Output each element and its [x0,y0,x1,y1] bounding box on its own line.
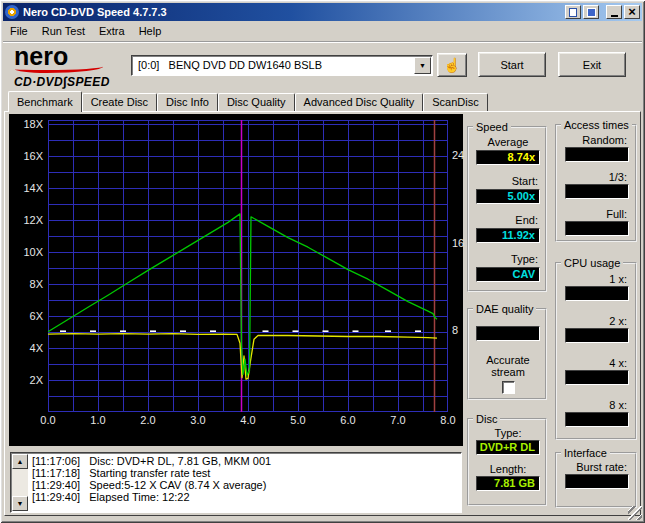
chevron-down-icon[interactable] [414,57,431,74]
benchmark-plot-svg [48,120,448,412]
scroll-down-icon[interactable] [12,496,28,511]
speed-type-value-box: CAV [476,267,540,282]
tab-scandisc[interactable]: ScanDisc [423,93,487,111]
start-value-box: 5.00x [476,189,540,204]
accurate-stream-label-2: stream [476,366,540,378]
y-axis-tick: 4X [9,342,43,354]
nero-logo: nero CD·DVD∫SPEED [14,45,128,87]
y-axis-tick: 12X [9,214,43,226]
start-button[interactable]: Start [478,52,546,77]
drive-select-value: [0:0] BENQ DVD DD DW1640 BSLB [138,56,322,75]
interface-title: Interface [561,447,610,459]
cpu-usage-title: CPU usage [561,257,623,269]
menu-item-file[interactable]: File [3,23,35,39]
full-label: Full: [565,208,629,220]
nero-swoosh [15,65,103,73]
y-axis-tick: 10X [9,246,43,258]
log-line: [11:17:06] Disc: DVD+R DL, 7.81 GB, MKM … [32,455,459,467]
log-scrollbar[interactable] [12,454,28,511]
one-third-label: 1/3: [565,171,629,183]
disc-length-value-box: 7.81 GB [476,476,540,491]
menu-bar: File Run Test Extra Help [3,22,642,40]
cpu-8x-label: 8 x: [565,399,629,411]
dae-quality-title: DAE quality [473,303,536,315]
accurate-stream-checkbox[interactable] [502,381,515,394]
speed-panel: Speed Average 8.74x Start: 5.00x End: 11… [467,126,547,292]
benchmark-chart-area: 18X16X14X12X10X8X6X4X2X0.01.02.03.04.05.… [9,114,463,446]
y-axis-tick: 14X [9,182,43,194]
menu-item-help[interactable]: Help [132,23,169,39]
tab-disc-quality[interactable]: Disc Quality [218,93,295,111]
drive-select[interactable]: [0:0] BENQ DVD DD DW1640 BSLB [131,55,433,76]
tab-disc-info[interactable]: Disc Info [157,93,218,111]
scroll-up-icon[interactable] [12,454,28,469]
accurate-stream-label-1: Accurate [476,354,540,366]
disc-type-value-box: DVD+R DL [476,440,540,455]
burst-rate-label: Burst rate: [565,461,629,473]
dae-quality-value-box [476,326,540,341]
minimize-icon [611,15,618,17]
minimize-button[interactable] [606,5,622,19]
x-axis-tick: 1.0 [84,414,112,426]
menu-item-run-test[interactable]: Run Test [35,23,92,39]
x-axis-tick: 8.0 [434,414,462,426]
cpu-1x-value-box [565,286,629,301]
titlebar-extra-icon-1[interactable] [565,5,581,19]
log-line: [11:17:18] Starting transfer rate test [32,467,459,479]
burst-rate-value-box [565,474,629,489]
window-title: Nero CD-DVD Speed 4.7.7.3 [21,6,563,18]
random-label: Random: [565,134,629,146]
page-icon [569,8,577,17]
one-third-value-box [565,184,629,199]
logo-speed: SPEED [67,75,110,89]
log-line: [11:29:40] Elapsed Time: 12:22 [32,491,459,503]
x-axis-tick: 2.0 [134,414,162,426]
tab-advanced-disc-quality[interactable]: Advanced Disc Quality [295,93,424,111]
cpu-2x-value-box [565,328,629,343]
tab-create-disc[interactable]: Create Disc [82,93,157,111]
x-axis-tick: 7.0 [384,414,412,426]
access-times-title: Access times [561,119,632,131]
y-axis-tick: 18X [9,118,43,130]
log-lines: [11:17:06] Disc: DVD+R DL, 7.81 GB, MKM … [32,455,459,510]
app-icon [5,5,19,19]
end-value-box: 11.92x [476,228,540,243]
tab-benchmark[interactable]: Benchmark [8,91,82,112]
menu-divider [3,41,642,43]
tab-bar: Benchmark Create Disc Disc Info Disc Qua… [8,91,488,112]
cpu-1x-label: 1 x: [565,273,629,285]
cpu-usage-panel: CPU usage 1 x: 2 x: 4 x: 8 x: [555,262,637,440]
access-times-panel: Access times Random: 1/3: Full: [555,124,637,242]
x-axis-tick: 6.0 [334,414,362,426]
exit-button[interactable]: Exit [558,52,626,77]
speed-type-label: Type: [476,253,540,265]
disc-panel-title: Disc [473,413,500,425]
cpu-4x-label: 4 x: [565,357,629,369]
square-icon [587,8,596,17]
average-label: Average [476,136,540,148]
x-axis-tick: 0.0 [34,414,62,426]
y-axis-tick: 16X [9,150,43,162]
interface-panel: Interface Burst rate: [555,452,637,508]
y-axis-tick: 6X [9,310,43,322]
disc-type-label: Type: [476,427,540,439]
cpu-2x-label: 2 x: [565,315,629,327]
dae-quality-panel: DAE quality Accurate stream [467,308,547,400]
cpu-8x-value-box [565,412,629,427]
end-label: End: [476,214,540,226]
eject-hand-button[interactable] [437,53,467,77]
log-panel: [11:17:06] Disc: DVD+R DL, 7.81 GB, MKM … [10,452,462,513]
y-axis-tick: 8X [9,278,43,290]
cpu-4x-value-box [565,370,629,385]
average-value-box: 8.74x [476,150,540,165]
logo-cddvd: CD·DVD [14,75,63,89]
menu-item-extra[interactable]: Extra [92,23,132,39]
close-button[interactable] [624,5,640,19]
titlebar: Nero CD-DVD Speed 4.7.7.3 [3,3,642,21]
titlebar-extra-icon-2[interactable] [583,5,599,19]
app-window: Nero CD-DVD Speed 4.7.7.3 File Run Test … [0,0,645,523]
x-axis-tick: 5.0 [284,414,312,426]
log-line: [11:29:40] Speed:5-12 X CAV (8.74 X aver… [32,479,459,491]
nero-product-text: CD·DVD∫SPEED [14,74,110,89]
resize-grip[interactable] [628,506,642,520]
